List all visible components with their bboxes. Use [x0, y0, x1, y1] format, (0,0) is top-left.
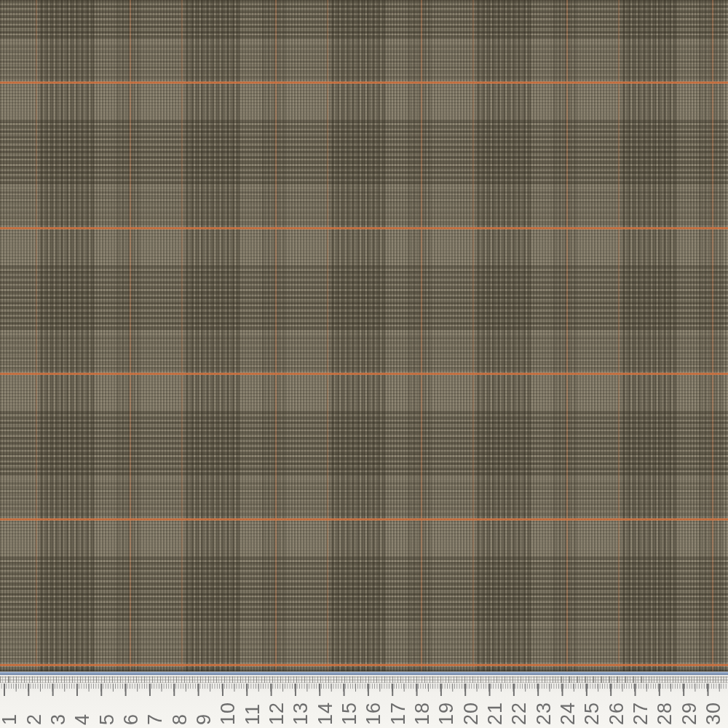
ruler-number: 30	[704, 702, 724, 725]
ruler-number-row: 1234567891011121314151617181920212223242…	[0, 675, 728, 728]
ruler-number: 18	[413, 702, 432, 725]
ruler-number: 2	[25, 713, 44, 725]
ruler-number: 3	[49, 713, 68, 725]
ruler-number: 13	[291, 702, 311, 725]
ruler-number: 1	[0, 713, 20, 725]
ruler-number: 24	[558, 702, 578, 725]
ruler-number: 8	[170, 713, 190, 725]
fabric-photo: 1234567891011121314151617181920212223242…	[0, 0, 728, 728]
ruler-number: 22	[510, 702, 529, 725]
ruler-number: 10	[218, 702, 238, 725]
ruler-number: 5	[98, 713, 117, 725]
ruler-number: 14	[316, 702, 336, 725]
ruler-number: 20	[462, 702, 481, 725]
ruler-number: 25	[582, 702, 602, 725]
ruler-number: 15	[340, 702, 360, 725]
ruler-number: 6	[122, 713, 141, 725]
ruler-number: 27	[631, 702, 651, 725]
ruler-number: 11	[243, 703, 263, 725]
ruler-number: 7	[146, 713, 165, 725]
ruler-number: 12	[267, 702, 287, 725]
ruler-number: 16	[364, 702, 384, 725]
ruler-number: 21	[486, 702, 505, 725]
ruler-number: 23	[534, 702, 554, 725]
ruler-number: 26	[607, 702, 627, 725]
ruler-number: 28	[655, 702, 675, 725]
fabric-swatch	[0, 0, 728, 671]
fabric-bottom-edge	[0, 667, 728, 672]
ruler-number: 29	[680, 702, 700, 725]
ruler-number: 19	[437, 702, 456, 725]
ruler-number: 4	[73, 713, 92, 725]
ruler-number: 17	[389, 702, 408, 725]
measuring-ruler: 1234567891011121314151617181920212223242…	[0, 675, 728, 728]
ruler-number: 9	[194, 713, 214, 725]
